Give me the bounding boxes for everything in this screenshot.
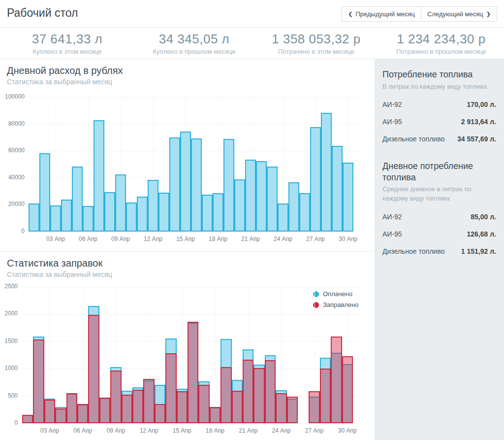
chevron-right-icon: ❯ xyxy=(486,11,491,17)
section-subtitle: В литрах по каждому виду топлива xyxy=(382,82,496,92)
expense-bar-day-9[interactable] xyxy=(115,174,126,232)
expense-bar-day-16[interactable] xyxy=(191,138,202,232)
y-axis-tick-label: 20000 xyxy=(0,201,25,207)
fueled-bar-day-21[interactable] xyxy=(243,360,253,423)
fueled-bar-day-29[interactable] xyxy=(331,337,342,423)
stat-spent-this-month: 1 358 053,32 р Потрачено в этом месяце xyxy=(254,28,378,59)
next-month-button[interactable]: Следующий месяц ❯ xyxy=(421,6,497,22)
fuel-label: Дизельное топливо xyxy=(382,135,444,143)
expense-bar-day-10[interactable] xyxy=(126,203,137,232)
fueled-bar-day-2[interactable] xyxy=(33,339,44,423)
fueled-bar-day-11[interactable] xyxy=(132,390,143,423)
fuel-label: АИ-95 xyxy=(382,118,402,126)
stat-value: 37 641,33 л xyxy=(0,32,134,47)
expense-bar-day-12[interactable] xyxy=(148,180,158,232)
fueled-bar-day-9[interactable] xyxy=(110,371,121,423)
fueled-bar-day-10[interactable] xyxy=(122,395,132,423)
expense-bar-day-11[interactable] xyxy=(137,197,148,232)
fueled-bar-day-27[interactable] xyxy=(309,391,319,423)
fueled-bar-day-28[interactable] xyxy=(320,369,331,423)
fueled-bar-day-4[interactable] xyxy=(55,408,66,423)
expense-bar-day-18[interactable] xyxy=(213,193,223,232)
expense-bar-day-1[interactable] xyxy=(29,203,39,232)
expense-bar-day-3[interactable] xyxy=(50,205,61,232)
gridline-v xyxy=(83,287,83,423)
expense-bar-day-25[interactable] xyxy=(288,182,299,232)
stat-bought-last-month: 34 345,05 л Куплено в прошлом месяце xyxy=(134,28,254,59)
stats-row: 37 641,33 л Куплено в этом месяце 34 345… xyxy=(0,28,504,59)
fueled-bar-day-20[interactable] xyxy=(232,391,243,423)
expense-bar-day-17[interactable] xyxy=(202,195,213,232)
stat-value: 1 234 234,30 р xyxy=(378,32,504,47)
fueled-bar-day-5[interactable] xyxy=(66,393,77,423)
card-refuel-stats: Статистика заправок Статистика за выбран… xyxy=(0,252,375,440)
fueled-bar-day-12[interactable] xyxy=(143,379,154,423)
expense-bar-day-28[interactable] xyxy=(321,113,332,232)
fueled-bar-day-30[interactable] xyxy=(342,356,353,423)
fuel-row-ai95: АИ-95 126,68 л. xyxy=(382,230,496,238)
expense-bar-day-13[interactable] xyxy=(158,193,169,232)
y-axis-tick-label: 1500 xyxy=(0,338,18,344)
expense-bar-day-7[interactable] xyxy=(94,120,104,232)
prev-month-button[interactable]: ❮ Предыдущий месяц xyxy=(342,6,421,22)
gridline-h xyxy=(22,287,365,287)
daily-expenses-chart: 02000040000600008000010000003 Апр06 Апр0… xyxy=(0,97,367,247)
fuel-label: АИ-92 xyxy=(382,101,402,108)
expense-bar-day-23[interactable] xyxy=(267,167,278,232)
gridline-h xyxy=(29,97,365,98)
expense-bar-day-4[interactable] xyxy=(61,200,72,232)
expense-bar-day-24[interactable] xyxy=(278,203,288,232)
fuel-label: АИ-92 xyxy=(382,213,402,221)
fueled-bar-day-7[interactable] xyxy=(88,315,99,423)
stat-value: 34 345,05 л xyxy=(134,32,254,47)
fueled-bar-day-19[interactable] xyxy=(220,367,231,423)
y-axis-tick-label: 40000 xyxy=(0,174,25,181)
fueled-bar-day-24[interactable] xyxy=(276,393,286,423)
fueled-bar-day-16[interactable] xyxy=(188,322,198,423)
expense-bar-day-19[interactable] xyxy=(223,139,234,232)
fueled-bar-day-15[interactable] xyxy=(177,391,188,423)
expense-bar-day-15[interactable] xyxy=(180,132,191,232)
expense-bar-day-2[interactable] xyxy=(39,153,50,232)
fueled-bar-day-18[interactable] xyxy=(210,407,220,423)
fueled-bar-day-3[interactable] xyxy=(44,400,55,423)
y-axis-tick-label: 2500 xyxy=(0,283,18,290)
chart-title: Статистика заправок xyxy=(7,258,102,269)
daily-fuel-consumption-section: Дневное потребление топлива Среднее днев… xyxy=(382,161,496,255)
expense-bar-day-14[interactable] xyxy=(169,137,180,232)
expense-bar-day-6[interactable] xyxy=(83,206,94,232)
y-axis-tick-label: 0 xyxy=(0,419,18,426)
card-daily-expenses: Дневной расход в рублях Статистика за вы… xyxy=(0,59,375,251)
expense-bar-day-22[interactable] xyxy=(256,161,267,232)
fueled-bar-day-22[interactable] xyxy=(253,368,264,423)
y-axis-tick-label: 100000 xyxy=(0,93,25,100)
expense-bar-day-30[interactable] xyxy=(343,163,353,232)
prev-month-button-label: Предыдущий месяц xyxy=(356,10,415,18)
chart-subtitle: Статистика за выбранный месяц xyxy=(7,78,112,86)
y-axis-tick-label: 500 xyxy=(0,392,18,399)
expense-bar-day-8[interactable] xyxy=(104,192,115,232)
fueled-bar-day-6[interactable] xyxy=(77,404,88,423)
chart-subtitle: Статистика за выбранный месяц xyxy=(7,271,112,278)
fueled-bar-day-25[interactable] xyxy=(287,397,298,423)
expense-bar-day-5[interactable] xyxy=(72,167,83,232)
stat-spent-last-month: 1 234 234,30 р Потрачено в прошлом месяц… xyxy=(378,28,504,59)
app-header: Рабочий стол ❮ Предыдущий месяц Следующи… xyxy=(0,0,504,28)
fueled-bar-day-8[interactable] xyxy=(99,398,110,423)
section-subtitle: Среднее дневное в литрах по каждому виду… xyxy=(382,185,496,203)
fueled-bar-day-13[interactable] xyxy=(155,404,165,423)
fueled-bar-day-14[interactable] xyxy=(165,353,176,423)
fuel-value: 2 913,64 л. xyxy=(461,118,496,126)
expense-bar-day-29[interactable] xyxy=(332,146,343,232)
y-axis-tick-label: 0 xyxy=(0,228,25,235)
section-title: Дневное потребление топлива xyxy=(382,161,481,183)
fuel-value: 1 151,92 л. xyxy=(461,247,496,255)
expense-bar-day-21[interactable] xyxy=(245,160,256,232)
fueled-bar-day-17[interactable] xyxy=(198,385,209,423)
fueled-bar-day-23[interactable] xyxy=(265,360,276,423)
expense-bar-day-27[interactable] xyxy=(310,127,321,232)
expense-bar-day-26[interactable] xyxy=(299,193,310,232)
fueled-bar-day-1[interactable] xyxy=(22,415,33,423)
expense-bar-day-20[interactable] xyxy=(234,179,245,232)
stat-label: Куплено в этом месяце xyxy=(0,48,134,55)
